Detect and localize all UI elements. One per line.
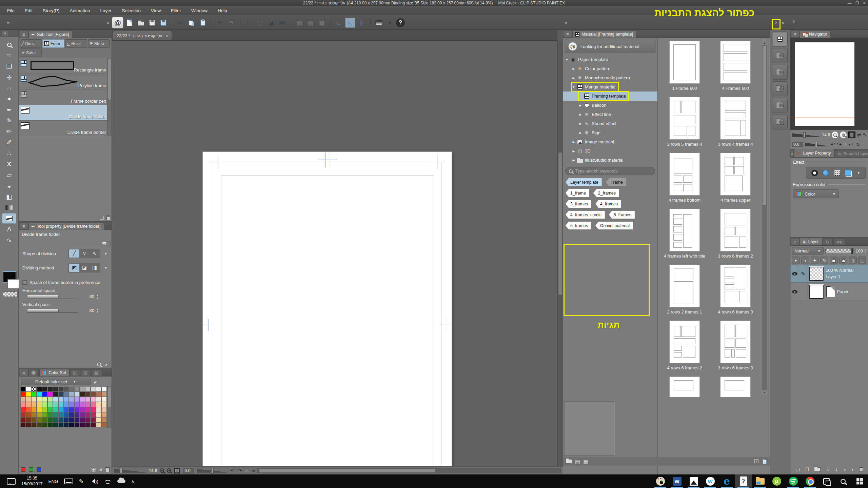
snap-special-ruler-button[interactable]: ◺ [345,18,355,28]
tree-item-paper-template[interactable]: ▼◉Paper template [563,55,657,64]
color-swatch-93[interactable] [91,412,96,417]
save-button[interactable] [147,18,157,28]
taskbar-app-photos[interactable] [685,474,702,488]
color-swatch-72[interactable] [64,407,69,412]
color-swatch-21[interactable] [47,392,53,397]
new-file-button[interactable] [124,18,135,28]
color-swatch-15[interactable] [101,387,107,392]
rotate-left-icon[interactable]: ↶ [230,467,235,474]
color-swatch-28[interactable] [85,392,91,397]
auto-select-tool[interactable]: ✶ [2,94,16,104]
selection-launcher-button[interactable]: ▨ [294,18,304,28]
color-swatch-73[interactable] [69,407,74,412]
menu-filter[interactable]: Filter [166,6,186,15]
help-button[interactable]: ? [396,18,405,27]
deselect-button[interactable]: ∷ [243,18,254,28]
color-swatch-12[interactable] [85,387,91,392]
color-swatch-67[interactable] [37,407,42,412]
color-swatch-85[interactable] [47,412,53,417]
space-of-frame-border-checkbox[interactable] [22,280,27,285]
taskbar-app-utorrent[interactable]: µ [768,474,785,488]
shape-dropdown-icon[interactable]: ▼ [104,252,107,256]
color-swatch-5[interactable] [47,387,53,392]
tree-item-balloon[interactable]: ▶Balloon [563,101,657,110]
color-swatch-33[interactable] [26,397,31,402]
layer-tab[interactable]: ≋Layer [800,238,822,245]
color-swatch-49[interactable] [26,402,31,407]
color-swatch-92[interactable] [85,412,91,417]
material-folder-shortcut-4[interactable] [772,98,788,113]
color-swatch-78[interactable] [96,407,101,412]
material-scroll-thumb[interactable] [763,46,766,205]
color-swatch-84[interactable] [42,412,47,417]
material-panel-menu-icon[interactable] [564,31,572,37]
color-swatch-32[interactable] [20,397,26,402]
material-item-4-frames-upper[interactable]: 4 frames upper [710,150,761,206]
vertical-space-value[interactable]: 80 [87,308,94,313]
canvas-vscroll-thumb[interactable] [558,152,562,295]
color-swatch-50[interactable] [31,402,37,407]
color-swatch-31[interactable] [101,392,107,397]
tag-6_frames[interactable]: 6_frames [566,222,591,229]
reference-layer-icon[interactable]: ✦ [811,257,819,264]
eye-icon[interactable] [792,290,797,293]
color-swatch-120[interactable] [64,422,69,427]
tree-expand-icon[interactable]: ▶ [572,76,576,80]
tree-expand-icon[interactable]: ▶ [578,122,583,125]
color-swatch-98[interactable] [31,417,37,422]
tag-frame[interactable]: Frame [606,178,626,186]
color-swatch-103[interactable] [58,417,64,422]
rotate-step-icon[interactable]: ▸⋮ [849,142,854,147]
color-swatch-45[interactable] [91,397,96,402]
document-close-icon[interactable] [165,35,168,37]
menu-file[interactable]: File [2,6,20,15]
color-swatch-112[interactable] [20,422,26,427]
tag-2_frames[interactable]: 2_frames [593,189,619,197]
layer-row-paper[interactable]: Paper [790,283,868,301]
color-swatch-6[interactable] [53,387,58,392]
color-swatch-125[interactable] [91,422,96,427]
material-grid-view-icon[interactable]: ▦ [583,458,588,465]
layer-property-panel-menu-icon[interactable] [791,150,793,157]
color-swatch-126[interactable] [96,422,101,427]
horizontal-space-value[interactable]: 80 [87,294,94,299]
collapse-left-panel-icon[interactable]: « [7,20,9,25]
tree-expand-icon[interactable]: ▶ [572,149,576,153]
operation-tool[interactable]: ✛ [2,72,16,83]
material-folder-shortcut-5[interactable] [772,115,788,129]
screen-mode-button[interactable] [374,18,384,28]
invert-selection-button[interactable]: ⋈ [277,18,287,28]
add-color-icon[interactable]: ◕ [99,466,102,472]
divide-frame-option[interactable]: ◪ [79,264,90,272]
color-swatch-63[interactable] [101,402,107,407]
material-item-3-rows-6-frames-3[interactable]: 3 rows 6 frames 3 [710,318,761,374]
dividing-method-dropdown-icon[interactable]: ▼ [104,266,107,270]
menu-view[interactable]: View [146,6,166,15]
color-swatch-2[interactable] [31,387,37,392]
canvas-horizontal-scrollbar[interactable] [257,468,561,473]
material-item-4-frames-bottom[interactable]: 4 frames bottom [659,150,710,206]
new-raster-layer-button[interactable]: ❏ [795,467,800,472]
rotate-left-icon[interactable]: ↶ [830,141,835,148]
canvas-zoom-out-icon[interactable]: − [160,468,164,473]
color-swatch-90[interactable] [74,412,80,417]
delete-layer-button[interactable] [859,466,863,472]
color-swatch-48[interactable] [20,402,26,407]
cut-frame-option[interactable]: ◨ [90,264,100,272]
add-sub-tool-icon[interactable]: ❏ [100,215,104,220]
property-wrench-icon[interactable] [105,362,110,367]
color-swatch-60[interactable] [85,402,91,407]
sub-tool-item[interactable]: Divide frame border [19,121,112,136]
material-scroll-down-icon[interactable]: ▼ [762,390,767,395]
color-swatch-80[interactable] [20,412,26,417]
menu-animation[interactable]: Animation [65,6,95,15]
onedrive-icon[interactable] [117,480,125,483]
menu-window[interactable]: Window [186,6,213,15]
taskbar-app-word[interactable]: W [669,474,685,488]
hand-tool[interactable]: ☞ [2,50,16,61]
color-swatch-83[interactable] [37,412,42,417]
sub-tool-scroll-thumb[interactable] [108,59,111,100]
layer-thumbnail[interactable] [809,285,824,299]
palette-color-dropdown[interactable]: ▾ [792,257,800,264]
tool-property-tab[interactable]: ✒Tool property [Divide frame folder] [28,223,104,230]
